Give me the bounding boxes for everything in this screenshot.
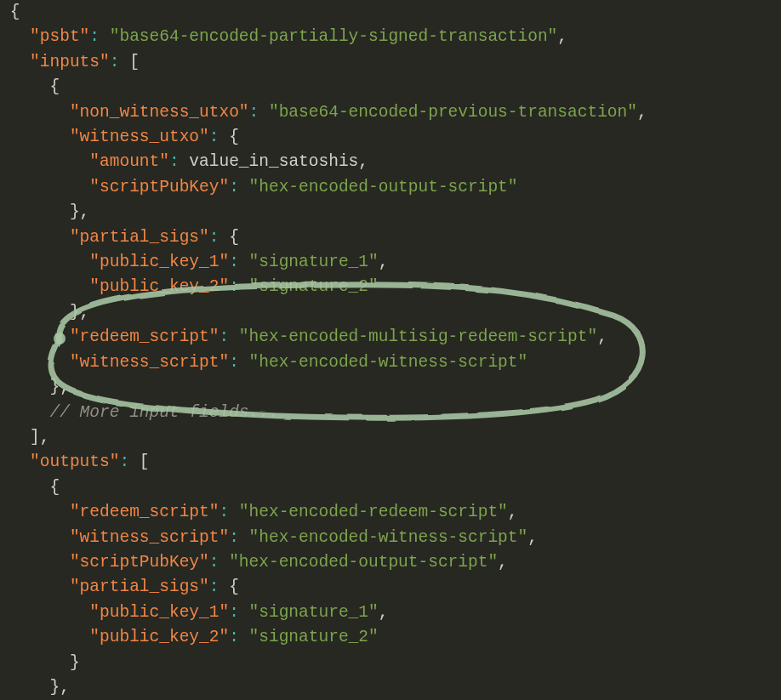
key-amount: "amount" [89,152,169,171]
key-partial-sigs: "partial_sigs" [70,228,209,247]
key-pk1: "public_key_1" [89,253,229,271]
val-psbt: "base64-encoded-partially-signed-transac… [110,27,558,46]
val-amount: value_in_satoshis [189,152,358,171]
val-non-witness-utxo: "base64-encoded-previous-transaction" [269,103,637,122]
val-redeem-script-out: "hex-encoded-redeem-script" [239,503,508,521]
key-partial-sigs-out: "partial_sigs" [70,578,209,596]
val-redeem-script-in: "hex-encoded-multisig-redeem-script" [239,327,597,346]
key-non-witness-utxo: "non_witness_utxo" [70,103,249,122]
key-witness-utxo: "witness_utxo" [70,128,209,146]
key-psbt: "psbt" [30,27,89,46]
val-sig1: "signature_1" [249,253,379,271]
key-outputs: "outputs" [30,452,119,471]
val-scriptpubkey: "hex-encoded-output-script" [249,178,518,196]
key-scriptpubkey: "scriptPubKey" [89,178,229,196]
key-witness-script-out: "witness_script" [70,528,229,547]
key-scriptpubkey-out: "scriptPubKey" [70,553,209,572]
code-block: { "psbt": "base64-encoded-partially-sign… [0,0,781,700]
code-viewer: { "psbt": "base64-encoded-partially-sign… [0,0,781,700]
val-scriptpubkey-out: "hex-encoded-output-script" [229,553,498,572]
key-redeem-script-in: "redeem_script" [70,327,219,346]
key-redeem-script-out: "redeem_script" [70,503,219,521]
key-pk2-out: "public_key_2" [89,628,229,646]
key-inputs: "inputs" [30,53,110,71]
val-sig1-out: "signature_1" [249,603,379,622]
key-pk1-out: "public_key_1" [89,603,229,622]
val-witness-script-in: "hex-encoded-witness-script" [249,353,528,372]
key-witness-script-in: "witness_script" [70,353,229,372]
val-witness-script-out: "hex-encoded-witness-script" [249,528,528,547]
val-sig2: "signature_2" [249,277,379,296]
comment-more-inputs: // More input fields... [50,403,279,422]
val-sig2-out: "signature_2" [249,628,379,646]
key-pk2: "public_key_2" [89,277,229,296]
